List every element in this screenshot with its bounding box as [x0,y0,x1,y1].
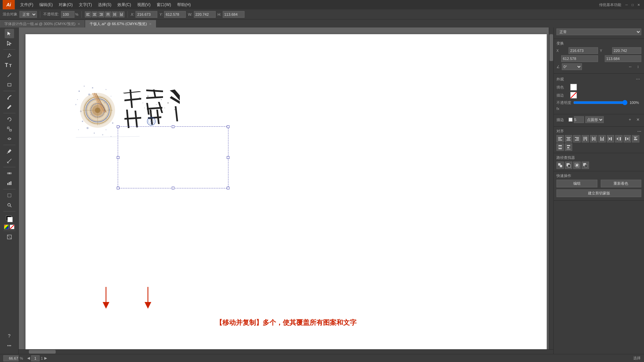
stroke-width-input[interactable] [574,116,584,123]
stroke-color-box[interactable] [570,92,577,99]
maximize-button[interactable]: □ [630,2,635,7]
menu-edit[interactable]: 编辑(E) [37,1,55,9]
tab-file1[interactable]: 字体设计作品一组.ai @ 300% (CMYK/预览) ✕ [0,20,85,27]
panel-align-right[interactable] [573,135,581,142]
panel-distribute-h[interactable] [615,135,623,142]
pathfinder-unite[interactable] [556,162,564,169]
vscroll-thumb[interactable] [549,34,553,61]
gradient-btn[interactable] [4,225,9,229]
minimize-button[interactable]: ─ [624,2,629,7]
menu-window[interactable]: 窗口(W) [154,1,174,9]
handle-br[interactable] [227,187,229,189]
pathfinder-intersect[interactable] [573,162,581,169]
tab-file1-close[interactable]: ✕ [77,22,80,26]
fill-color-box[interactable] [570,84,577,90]
handle-tr[interactable] [227,125,229,128]
page-prev-btn[interactable]: ◀ [27,356,30,360]
opacity-slider[interactable] [573,100,628,105]
question-tool[interactable]: ? [5,331,14,341]
tab-file2[interactable]: 干饭人.ai* @ 66.67% (CMYK/预览) ✕ [85,20,156,27]
appearance-options-icon[interactable]: ⋯ [635,76,641,82]
zoom-input[interactable] [3,355,18,361]
hscroll-thumb[interactable] [29,350,56,354]
stroke-add-icon[interactable]: + [627,116,633,123]
recolor-button[interactable]: 重新着色 [601,180,642,187]
align-bottom-btn[interactable] [118,11,124,17]
panel-align-center-v[interactable] [590,135,597,142]
drawing-mode-btn[interactable] [5,232,14,242]
align-right-btn[interactable] [98,11,104,17]
mask-button[interactable]: 建立剪切蒙版 [556,189,641,197]
horizontal-scrollbar[interactable] [19,349,553,354]
handle-bl[interactable] [117,187,119,189]
menu-help[interactable]: 帮助(H) [174,1,194,9]
menu-effects[interactable]: 效果(C) [115,1,134,9]
panel-distribute-right[interactable] [624,135,631,142]
menu-type[interactable]: 文字(T) [76,1,95,9]
direct-selection-tool[interactable] [5,39,14,48]
pen-tool[interactable] [5,51,14,60]
w-input[interactable] [194,11,216,18]
align-top-btn[interactable] [105,11,111,17]
h-input[interactable] [223,11,245,18]
warp-tool[interactable] [5,134,14,143]
type-tool[interactable]: T T [5,61,14,70]
panel-distribute-left[interactable] [607,135,614,142]
handle-mr[interactable] [227,156,229,159]
angle-select[interactable]: 0° [562,63,582,70]
artboard-tool[interactable] [5,191,14,200]
stroke-delete-icon[interactable]: ✕ [635,116,641,123]
pencil-tool[interactable] [5,102,14,112]
zoom-tool[interactable] [5,200,14,210]
fill-stroke-colors[interactable] [5,214,14,224]
transform-w-input[interactable] [561,55,598,62]
align-left-btn[interactable] [85,11,91,17]
graph-tool[interactable] [5,178,14,188]
align-center-btn[interactable] [92,11,98,17]
blend-mode-select[interactable]: 正常 [19,11,37,18]
scale-tool[interactable] [5,124,14,134]
page-input[interactable] [31,355,40,361]
opacity-value[interactable]: 100 [61,11,74,18]
flip-h-icon[interactable]: ↔ [627,63,634,70]
pathfinder-exclude[interactable] [582,162,589,169]
handle-bc[interactable] [172,187,174,189]
panel-distribute-v[interactable] [556,143,564,151]
panel-distribute-top[interactable] [632,135,639,142]
more-tools-btn[interactable]: ••• [5,341,14,351]
line-tool[interactable] [5,70,14,80]
paintbrush-tool[interactable] [5,93,14,102]
eyedropper-tool[interactable] [5,146,14,156]
blend-mode-dropdown[interactable]: 正常 [556,28,641,35]
rotate-tool[interactable] [5,115,14,124]
measure-tool[interactable] [5,156,14,166]
tab-file2-close[interactable]: ✕ [149,22,152,26]
transform-h-input[interactable] [605,55,642,62]
selection-tool[interactable] [5,29,14,38]
transform-y-input[interactable] [612,47,642,54]
align-options-icon[interactable]: ⋯ [637,129,641,134]
panel-align-top[interactable] [582,135,589,142]
panel-align-center-h[interactable] [565,135,572,142]
flip-v-icon[interactable]: ↕ [635,63,641,70]
page-next-btn[interactable]: ▶ [44,356,47,360]
pathfinder-minus-front[interactable] [565,162,572,169]
menu-file[interactable]: 文件(F) [17,1,36,9]
menu-object[interactable]: 对象(O) [56,1,75,9]
menu-select[interactable]: 选择(S) [95,1,114,9]
x-input[interactable] [136,11,157,18]
edit-button[interactable]: 编组 [556,180,597,187]
handle-ml[interactable] [117,156,119,159]
panel-distribute-bottom[interactable] [565,143,572,151]
panel-align-left[interactable] [556,135,564,142]
y-input[interactable] [164,11,186,18]
transform-x-input[interactable] [569,47,598,54]
menu-view[interactable]: 视图(V) [135,1,153,9]
vertical-scrollbar[interactable] [549,27,553,354]
align-middle-btn[interactable] [112,11,118,17]
none-btn[interactable] [10,225,14,229]
close-button[interactable]: ✕ [636,2,641,7]
rect-tool[interactable] [5,80,14,89]
panel-align-bottom[interactable] [598,135,606,142]
blend-tool[interactable] [5,169,14,178]
